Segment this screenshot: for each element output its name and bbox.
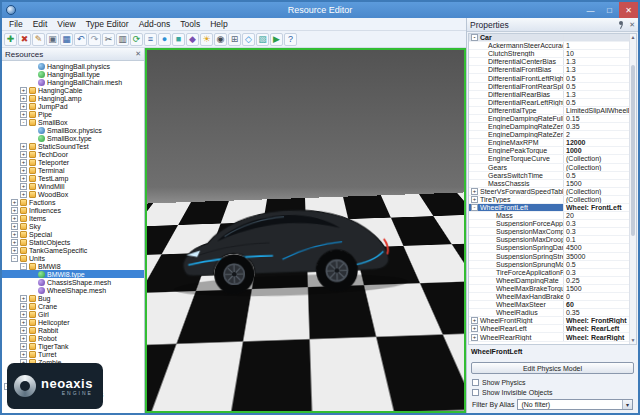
titlebar[interactable]: Resource Editor — □ ✕ [2,2,638,18]
property-value[interactable]: 0.3 [564,228,629,235]
save-icon[interactable]: ▦ [60,33,73,46]
scrollbar-thumb[interactable] [631,65,635,236]
property-value[interactable]: (Collection) [564,196,629,203]
expander-icon[interactable]: + [20,167,27,174]
sphere-icon[interactable]: ● [158,33,171,46]
tree-item[interactable]: + TankGameSpecific [2,246,144,254]
scroll-up-icon[interactable] [630,34,636,41]
expander-icon[interactable]: + [471,317,478,324]
property-row[interactable]: WheelMaxBrakeTorque 1500 [469,285,629,293]
expander-icon[interactable]: + [20,343,27,350]
property-value[interactable]: Wheel: FrontRight [564,317,629,324]
show-invisible-objects-checkbox[interactable] [472,389,479,396]
expander-icon[interactable]: + [20,351,27,358]
property-value[interactable]: 1.3 [564,66,629,73]
expander-icon[interactable]: + [11,239,18,246]
sort-icon[interactable]: ≡ [144,33,157,46]
camera-icon[interactable]: ◉ [214,33,227,46]
expander-icon[interactable]: + [11,215,18,222]
property-row[interactable]: SuspensionMaxCompression 0.3 [469,228,629,236]
menu-item[interactable]: File [4,19,28,29]
tree-item[interactable]: BMWi8.type [2,270,144,278]
tree-item[interactable]: + HangingCable [2,86,144,94]
expander-icon[interactable]: - [20,263,27,270]
property-row[interactable]: EngineTorqueCurve (Collection) [469,155,629,163]
property-value[interactable]: 60 [564,301,629,308]
help-icon[interactable]: ? [284,33,297,46]
expander-icon[interactable]: + [20,87,27,94]
property-value[interactable]: 1500 [564,285,629,292]
property-value[interactable]: 10 [564,50,629,57]
property-value[interactable]: 0.25 [564,277,629,284]
property-row[interactable]: EngineDampingRateZeroThrottleClutchDisen… [469,123,629,131]
property-row[interactable]: EngineMaxRPM 12000 [469,139,629,147]
menu-item[interactable]: View [52,19,80,29]
refresh-icon[interactable]: ⟳ [130,33,143,46]
property-value[interactable]: 0.15 [564,115,629,122]
expander-icon[interactable]: + [20,103,27,110]
menu-item[interactable]: Add-ons [134,19,176,29]
property-value[interactable]: 0.5 [564,83,629,90]
tree-item[interactable]: + Special [2,230,144,238]
property-row[interactable]: DifferentialFrontLeftRightSplit 0.5 [469,74,629,82]
close-panel-icon[interactable]: ✕ [629,21,635,29]
tree-item[interactable]: HangingBallChain.mesh [2,78,144,86]
expander-icon[interactable]: - [471,34,478,41]
tree-item[interactable]: + Influences [2,206,144,214]
scroll-down-icon[interactable] [630,337,636,344]
tree-item[interactable]: + Sky [2,222,144,230]
property-value[interactable]: 0.5 [564,261,629,268]
copy-icon[interactable]: ▥ [116,33,129,46]
property-row[interactable]: Gears (Collection) [469,164,629,172]
property-value[interactable]: 0.3 [564,269,629,276]
filter-by-alias-dropdown[interactable]: (No filter) ▾ [517,399,633,410]
property-value[interactable]: 35000 [564,253,629,260]
property-row[interactable]: WheelRadius 0.35 [469,309,629,317]
tree-item[interactable]: WheelShape.mesh [2,286,144,294]
rename-icon[interactable]: ✎ [32,33,45,46]
property-row[interactable]: + WheelRearRight Wheel: RearRight [469,333,629,341]
property-value[interactable]: 0.3 [564,220,629,227]
close-button[interactable]: ✕ [619,2,638,18]
property-value[interactable]: 1.3 [564,91,629,98]
expander-icon[interactable]: + [11,199,18,206]
expander-icon[interactable]: + [20,111,27,118]
expander-icon[interactable]: + [20,175,27,182]
property-value[interactable]: LimitedSlipAllWheelDrive [564,107,629,114]
property-row[interactable]: AckermannSteerAccuracy 1 [469,42,629,50]
menu-item[interactable]: Edit [28,19,53,29]
tree-item[interactable]: + Helicopter [2,318,144,326]
property-row[interactable]: DifferentialFrontRearSplit 0.5 [469,83,629,91]
cube-icon[interactable]: ■ [172,33,185,46]
tree-item[interactable]: + Rabbit [2,326,144,334]
delete-resource-icon[interactable]: ✖ [18,33,31,46]
property-value[interactable]: 4500 [564,244,629,251]
property-value[interactable]: 0 [564,293,629,300]
property-value[interactable]: 0.5 [564,172,629,179]
property-value[interactable]: (Collection) [564,164,629,171]
property-value[interactable]: 2 [564,131,629,138]
tree-item[interactable]: HangingBall.type [2,70,144,78]
tree-item[interactable]: + JumpPad [2,102,144,110]
tree-item[interactable]: + StaticSoundTest [2,142,144,150]
property-row[interactable]: + TireTypes (Collection) [469,196,629,204]
expander-icon[interactable]: - [11,255,18,262]
3d-viewport[interactable] [145,48,466,413]
play-icon[interactable]: ▶ [270,33,283,46]
property-row[interactable]: SuspensionMaxDroop 0.1 [469,236,629,244]
property-value[interactable]: 1500 [564,180,629,187]
tree-item[interactable]: - Units [2,254,144,262]
undo-icon[interactable]: ↶ [74,33,87,46]
tree-item[interactable]: SmallBox.physics [2,126,144,134]
property-row[interactable]: EngineDampingRateZeroThrottleClutchEngag… [469,131,629,139]
expander-icon[interactable]: + [20,295,27,302]
tree-item[interactable]: + Bug [2,294,144,302]
wireframe-icon[interactable]: ◇ [242,33,255,46]
tree-item[interactable]: + TechDoor [2,150,144,158]
menu-item[interactable]: Tools [175,19,205,29]
property-value[interactable]: Wheel: RearRight [564,333,629,340]
tree-item[interactable]: HangingBall.physics [2,62,144,70]
tree-item[interactable]: + TigerTank [2,342,144,350]
light-icon[interactable]: ☀ [200,33,213,46]
expander-icon[interactable]: + [20,151,27,158]
